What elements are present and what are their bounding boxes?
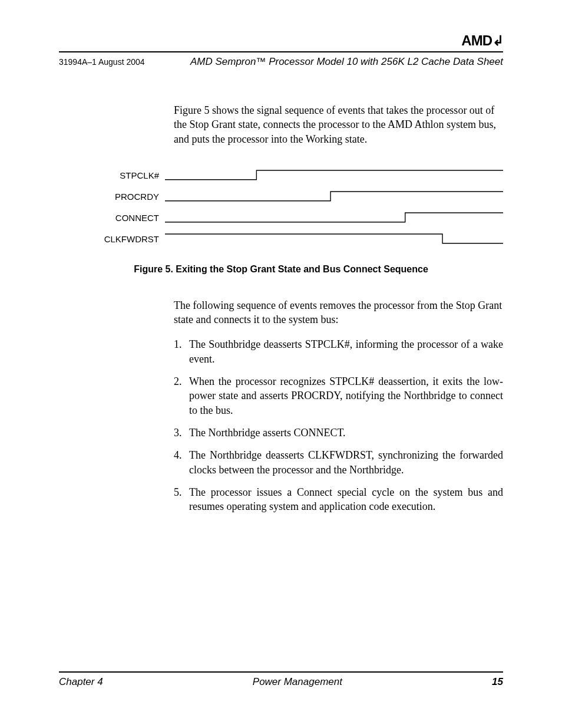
logo-arrow-icon: ↲ bbox=[492, 33, 503, 49]
page-number: 15 bbox=[492, 676, 503, 688]
list-number: 3. bbox=[174, 426, 189, 440]
list-item: 1. The Southbridge deasserts STPCLK#, in… bbox=[174, 337, 503, 366]
list-text: When the processor recognizes STPCLK# de… bbox=[189, 374, 503, 417]
footer-section: Power Management bbox=[253, 676, 342, 688]
signal-row-stpclk: STPCLK# bbox=[59, 165, 503, 186]
waveform-clkfwdrst bbox=[165, 230, 503, 248]
list-number: 5. bbox=[174, 485, 189, 514]
signal-label: CONNECT bbox=[59, 213, 165, 223]
signal-row-procrdy: PROCRDY bbox=[59, 186, 503, 207]
footer-chapter: Chapter 4 bbox=[59, 676, 103, 688]
signal-label: PROCRDY bbox=[59, 192, 165, 202]
subheader: 31994A–1 August 2004 AMD Sempron™ Proces… bbox=[59, 56, 503, 68]
list-text: The Northbridge deasserts CLKFWDRST, syn… bbox=[189, 448, 503, 477]
list-item: 5. The processor issues a Connect specia… bbox=[174, 485, 503, 514]
list-item: 2. When the processor recognizes STPCLK#… bbox=[174, 374, 503, 417]
waveform-procrdy bbox=[165, 188, 503, 206]
footer-rule bbox=[59, 671, 503, 673]
signal-row-connect: CONNECT bbox=[59, 207, 503, 229]
waveform-stpclk bbox=[165, 167, 503, 185]
header-rule bbox=[59, 51, 503, 52]
logo-text: AMD bbox=[461, 32, 492, 49]
list-text: The Northbridge asserts CONNECT. bbox=[189, 426, 503, 440]
list-text: The processor issues a Connect special c… bbox=[189, 485, 503, 514]
list-item: 3. The Northbridge asserts CONNECT. bbox=[174, 426, 503, 440]
list-item: 4. The Northbridge deasserts CLKFWDRST, … bbox=[174, 448, 503, 477]
footer: Chapter 4 Power Management 15 bbox=[59, 671, 503, 688]
signal-row-clkfwdrst: CLKFWDRST bbox=[59, 229, 503, 250]
amd-logo: AMD↲ bbox=[461, 32, 503, 49]
waveform-connect bbox=[165, 209, 503, 227]
document-id: 31994A–1 August 2004 bbox=[59, 57, 145, 67]
signal-label: STPCLK# bbox=[59, 170, 165, 180]
figure-caption: Figure 5. Exiting the Stop Grant State a… bbox=[59, 264, 503, 275]
list-number: 4. bbox=[174, 448, 189, 477]
list-number: 2. bbox=[174, 374, 189, 417]
list-number: 1. bbox=[174, 337, 189, 366]
intro-paragraph: Figure 5 shows the signal sequence of ev… bbox=[174, 103, 503, 146]
steps-list: 1. The Southbridge deasserts STPCLK#, in… bbox=[174, 337, 503, 513]
header: AMD↲ bbox=[59, 32, 503, 49]
list-text: The Southbridge deasserts STPCLK#, infor… bbox=[189, 337, 503, 366]
signal-label: CLKFWDRST bbox=[59, 234, 165, 244]
document-title: AMD Sempron™ Processor Model 10 with 256… bbox=[190, 56, 503, 68]
list-intro: The following sequence of events removes… bbox=[174, 298, 503, 327]
timing-diagram: STPCLK# PROCRDY CONNECT CLKFWDRST bbox=[59, 165, 503, 250]
